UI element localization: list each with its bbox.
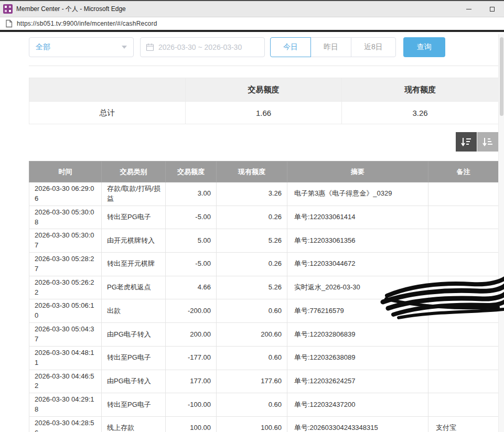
table-cell: 支付宝 <box>428 416 499 432</box>
sort-buttons <box>456 132 498 152</box>
summary-total-label: 总计 <box>29 102 186 124</box>
table-cell: 2026-03-30 05:30:07 <box>29 229 102 253</box>
table-cell: 5.00 <box>166 229 217 253</box>
table-cell: 2026-03-30 04:28:56 <box>29 416 102 432</box>
records-table: 时间 交易类别 交易额度 现有额度 摘要 备注 2026-03-30 06:29… <box>29 161 499 432</box>
quick-date-group: 今日 昨日 近8日 <box>270 37 396 57</box>
table-cell <box>428 276 499 299</box>
table-row: 2026-03-30 05:30:08转出至PG电子-5.000.26单号:12… <box>29 206 499 229</box>
table-cell: 2026-03-30 05:30:08 <box>29 206 102 229</box>
scrollbar-track[interactable] <box>498 34 504 432</box>
category-select-value: 全部 <box>36 42 50 52</box>
table-cell <box>428 346 499 370</box>
table-cell: 单号:122033044672 <box>287 253 428 276</box>
table-cell <box>428 370 499 393</box>
records-header-row: 时间 交易类别 交易额度 现有额度 摘要 备注 <box>29 161 499 182</box>
table-row: 2026-03-30 05:06:10出款-200.000.60单号:77621… <box>29 299 499 323</box>
table-cell <box>428 299 499 323</box>
records-table-body: 2026-03-30 06:29:06存款/取款/打码/损益3.003.26电子… <box>29 182 499 432</box>
table-cell <box>428 229 499 253</box>
table-cell: 2026-03-30 05:06:10 <box>29 299 102 323</box>
table-cell: 转出至PG电子 <box>102 393 166 417</box>
date-range-input[interactable]: 2026-03-30 ~ 2026-03-30 <box>140 37 265 57</box>
maximize-icon <box>490 7 495 12</box>
table-cell: 4.66 <box>166 276 217 299</box>
divider <box>29 66 498 66</box>
table-cell: 3.00 <box>166 182 217 206</box>
table-cell: 存款/取款/打码/损益 <box>102 182 166 206</box>
table-cell: 177.60 <box>217 370 287 393</box>
table-cell: -5.00 <box>166 206 217 229</box>
header-summary: 摘要 <box>287 161 428 182</box>
table-cell: 5.26 <box>217 276 287 299</box>
table-cell <box>428 206 499 229</box>
table-cell: 出款 <box>102 299 166 323</box>
table-cell: 单号:202603304243348315 <box>287 416 428 432</box>
calendar-icon <box>146 43 154 51</box>
table-cell: -100.00 <box>166 393 217 417</box>
table-cell: 200.00 <box>166 323 217 347</box>
address-url[interactable]: https://sb051.tv:9900/infe/mcenter/#/cas… <box>17 20 157 27</box>
table-row: 2026-03-30 05:26:22PG老虎机返点4.665.26实时返水_2… <box>29 276 499 299</box>
yesterday-button[interactable]: 昨日 <box>310 37 351 57</box>
table-row: 2026-03-30 04:28:56线上存款100.00100.60单号:20… <box>29 416 499 432</box>
summary-header-balance: 现有额度 <box>342 78 499 102</box>
sort-descending-button[interactable] <box>456 132 477 152</box>
table-cell: 100.60 <box>217 416 287 432</box>
table-cell: 3.26 <box>217 182 287 206</box>
table-row: 2026-03-30 04:48:11转出至PG电子-177.000.60单号:… <box>29 346 499 370</box>
table-cell: 转出至PG电子 <box>102 346 166 370</box>
summary-total-balance: 3.26 <box>342 102 499 124</box>
sort-descending-icon <box>460 137 472 147</box>
table-cell: 由PG电子转入 <box>102 323 166 347</box>
table-row: 2026-03-30 05:04:37由PG电子转入200.00200.60单号… <box>29 323 499 347</box>
screen: { "window": { "title": "Member Center - … <box>0 0 504 432</box>
table-cell <box>428 323 499 347</box>
sort-ascending-button[interactable] <box>477 132 498 152</box>
maximize-button[interactable] <box>480 1 504 17</box>
table-cell: 单号:122032638089 <box>287 346 428 370</box>
scrollbar-thumb[interactable] <box>500 37 503 116</box>
table-cell: 单号:122032437200 <box>287 393 428 417</box>
table-cell: 2026-03-30 05:04:37 <box>29 323 102 347</box>
summary-table: 交易额度 现有额度 总计 1.66 3.26 <box>29 78 499 124</box>
table-cell: 单号:122033061414 <box>287 206 428 229</box>
minimize-button[interactable] <box>457 1 480 17</box>
table-cell: 单号:776216579 <box>287 299 428 323</box>
table-row: 2026-03-30 04:29:18转出至PG电子-100.000.60单号:… <box>29 393 499 417</box>
table-cell: 由PG电子转入 <box>102 370 166 393</box>
table-cell: 2026-03-30 05:26:22 <box>29 276 102 299</box>
table-cell: 由开元棋牌转入 <box>102 229 166 253</box>
table-cell: 线上存款 <box>102 416 166 432</box>
table-cell: -5.00 <box>166 253 217 276</box>
table-cell: 单号:122032624257 <box>287 370 428 393</box>
table-cell: 2026-03-30 05:28:27 <box>29 253 102 276</box>
summary-total-transaction: 1.66 <box>186 102 342 124</box>
table-cell: 5.26 <box>217 229 287 253</box>
table-cell: 单号:122033061356 <box>287 229 428 253</box>
last-8-days-button[interactable]: 近8日 <box>351 37 396 57</box>
category-select[interactable]: 全部 <box>29 37 134 57</box>
table-cell: 2026-03-30 06:29:06 <box>29 182 102 206</box>
search-button[interactable]: 查询 <box>403 37 445 57</box>
table-cell: 转出至开元棋牌 <box>102 253 166 276</box>
table-cell: 177.00 <box>166 370 217 393</box>
header-time: 时间 <box>29 161 102 182</box>
header-balance: 现有额度 <box>217 161 287 182</box>
table-cell: 0.60 <box>217 346 287 370</box>
address-bar[interactable]: https://sb051.tv:9900/infe/mcenter/#/cas… <box>0 17 504 32</box>
table-cell: 100.00 <box>166 416 217 432</box>
sort-ascending-icon <box>482 137 494 147</box>
table-row: 2026-03-30 05:30:07由开元棋牌转入5.005.26单号:122… <box>29 229 499 253</box>
table-row: 2026-03-30 05:28:27转出至开元棋牌-5.000.26单号:12… <box>29 253 499 276</box>
window-title: Member Center - 个人 - Microsoft Edge <box>16 5 126 14</box>
today-button[interactable]: 今日 <box>270 37 311 57</box>
table-cell: 0.60 <box>217 393 287 417</box>
header-type: 交易类别 <box>102 161 166 182</box>
table-cell: 2026-03-30 04:48:11 <box>29 346 102 370</box>
window-titlebar: Member Center - 个人 - Microsoft Edge <box>0 0 504 17</box>
page-icon <box>5 19 13 28</box>
table-cell <box>428 182 499 206</box>
summary-header-row: 交易额度 现有额度 <box>29 78 499 102</box>
table-cell: 0.26 <box>217 253 287 276</box>
